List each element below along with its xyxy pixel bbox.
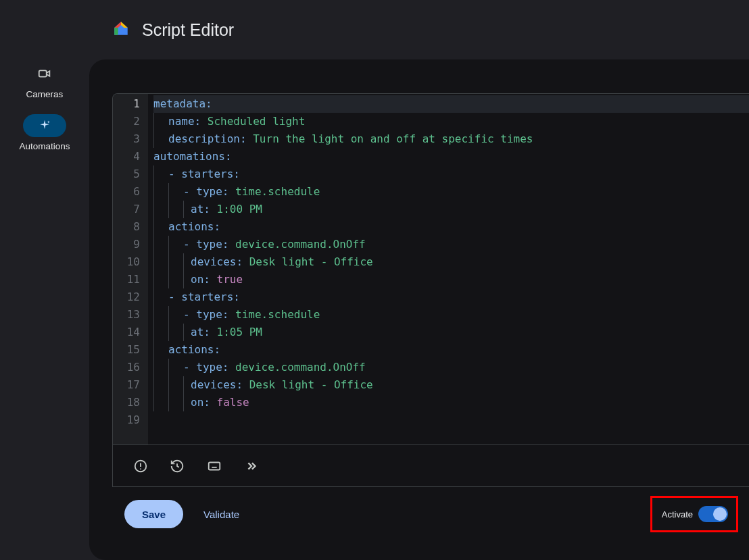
code-line[interactable]: on: false (153, 394, 749, 411)
code-token: true (217, 271, 243, 288)
keyboard-icon[interactable] (206, 459, 222, 474)
line-number: 4 (113, 148, 140, 166)
line-number: 17 (113, 376, 140, 394)
code-token: at: (191, 324, 217, 341)
sidebar-item-label: Cameras (26, 89, 64, 99)
more-icon[interactable] (244, 459, 259, 474)
line-number: 10 (113, 253, 140, 271)
line-number: 11 (113, 271, 140, 288)
code-line[interactable]: on: true (153, 271, 749, 288)
line-number: 2 (113, 113, 140, 130)
line-number: 3 (113, 130, 140, 148)
activate-highlight: Activate (650, 496, 738, 532)
code-token: automations: (153, 148, 232, 166)
line-number: 14 (113, 324, 140, 341)
code-token: on: (191, 394, 217, 411)
google-home-logo-icon (112, 20, 130, 40)
code-editor[interactable]: 12345678910111213141516171819 metadata:n… (112, 93, 749, 445)
line-number: 9 (113, 236, 140, 253)
code-line[interactable]: at: 1:05 PM (153, 324, 749, 341)
line-number: 6 (113, 183, 140, 201)
error-info-icon[interactable] (133, 459, 148, 474)
code-line[interactable]: at: 1:00 PM (153, 201, 749, 218)
line-number: 18 (113, 394, 140, 411)
code-token: device.command.OnOff (235, 236, 366, 253)
camera-icon (23, 62, 66, 85)
validate-button[interactable]: Validate (203, 509, 239, 520)
code-token: devices: (191, 376, 249, 394)
code-area[interactable]: metadata:name: Scheduled lightdescriptio… (148, 94, 749, 444)
code-line[interactable]: actions: (153, 341, 749, 359)
left-rail: Cameras Automations (0, 0, 89, 560)
code-token: - type: (183, 236, 235, 253)
editor-toolbar (112, 445, 749, 487)
code-line[interactable]: - type: time.schedule (153, 183, 749, 201)
code-line[interactable]: automations: (153, 148, 749, 166)
line-number: 1 (113, 95, 140, 113)
code-line[interactable]: devices: Desk light - Office (153, 253, 749, 271)
code-token: Desk light - Office (249, 253, 373, 271)
code-token: device.command.OnOff (235, 359, 366, 376)
code-token: on: (191, 271, 217, 288)
code-token: devices: (191, 253, 249, 271)
line-number: 13 (113, 306, 140, 324)
line-number: 5 (113, 166, 140, 183)
svg-rect-4 (209, 462, 220, 469)
line-number: 16 (113, 359, 140, 376)
activate-label: Activate (662, 509, 693, 519)
code-token: time.schedule (235, 306, 320, 324)
svg-rect-0 (39, 70, 47, 76)
code-token: Desk light - Office (249, 376, 373, 394)
code-line[interactable]: metadata: (153, 95, 749, 113)
code-line[interactable]: devices: Desk light - Office (153, 376, 749, 394)
line-number: 15 (113, 341, 140, 359)
code-line[interactable]: name: Scheduled light (153, 113, 749, 130)
code-token: - starters: (168, 166, 240, 183)
line-number: 8 (113, 218, 140, 236)
code-token: description: (168, 130, 253, 148)
code-token: actions: (168, 218, 220, 236)
sidebar-item-automations[interactable]: Automations (19, 114, 70, 151)
code-line[interactable]: actions: (153, 218, 749, 236)
code-line[interactable]: description: Turn the light on and off a… (153, 130, 749, 148)
save-button[interactable]: Save (124, 500, 183, 528)
toggle-thumb (713, 507, 727, 521)
activate-toggle[interactable] (698, 506, 728, 522)
line-number: 7 (113, 201, 140, 218)
code-token: Turn the light on and off at specific ti… (253, 130, 533, 148)
code-token: 1:05 PM (217, 324, 262, 341)
editor-panel: 12345678910111213141516171819 metadata:n… (89, 59, 749, 560)
main: Script Editor 12345678910111213141516171… (89, 0, 749, 560)
code-token: at: (191, 201, 217, 218)
line-number: 12 (113, 288, 140, 306)
code-token: name: (168, 113, 208, 130)
code-line[interactable]: - starters: (153, 166, 749, 183)
header: Script Editor (89, 0, 749, 59)
code-token: Scheduled light (208, 113, 306, 130)
code-token: actions: (168, 341, 220, 359)
code-token: - starters: (168, 288, 240, 306)
code-token: 1:00 PM (217, 201, 262, 218)
sparkle-icon (23, 114, 66, 137)
code-token: - type: (183, 183, 235, 201)
code-token: metadata: (153, 95, 212, 113)
footer: Save Validate Activate (112, 487, 749, 541)
code-line[interactable]: - type: time.schedule (153, 306, 749, 324)
code-line[interactable]: - starters: (153, 288, 749, 306)
code-line[interactable]: - type: device.command.OnOff (153, 236, 749, 253)
code-token: - type: (183, 306, 235, 324)
sidebar-item-label: Automations (19, 141, 70, 151)
history-icon[interactable] (170, 459, 185, 474)
line-number: 19 (113, 411, 140, 429)
svg-point-3 (140, 468, 141, 469)
code-token: false (217, 394, 249, 411)
code-line[interactable] (153, 411, 749, 429)
page-title: Script Editor (142, 20, 234, 40)
code-token: - type: (183, 359, 235, 376)
code-token: time.schedule (235, 183, 320, 201)
line-number-gutter: 12345678910111213141516171819 (113, 94, 148, 444)
sidebar-item-cameras[interactable]: Cameras (23, 62, 66, 99)
code-line[interactable]: - type: device.command.OnOff (153, 359, 749, 376)
